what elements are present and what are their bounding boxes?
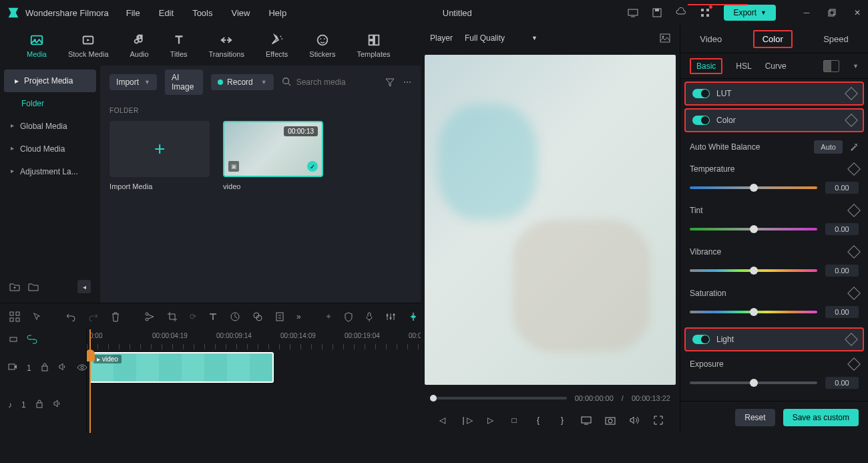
- subtab-basic[interactable]: Basic: [690, 58, 722, 74]
- menu-view[interactable]: View: [231, 8, 250, 18]
- saturation-slider[interactable]: [690, 311, 817, 313]
- cloud-icon[interactable]: [676, 7, 686, 18]
- ai-image-button[interactable]: AI Image: [165, 69, 203, 95]
- exposure-slider[interactable]: [690, 381, 817, 384]
- split-icon[interactable]: [144, 311, 155, 322]
- collapse-sidebar-icon[interactable]: ◂: [77, 280, 91, 293]
- mask-icon[interactable]: [344, 311, 353, 322]
- keyframe-tool-icon[interactable]: [230, 311, 240, 322]
- close-icon[interactable]: ✕: [852, 7, 863, 18]
- speed-tool-icon[interactable]: ⟳: [190, 311, 196, 322]
- subtab-hsl[interactable]: HSL: [736, 61, 751, 71]
- undo-icon[interactable]: [65, 311, 76, 322]
- color-tool-icon[interactable]: [252, 311, 263, 322]
- text-tool-icon[interactable]: [208, 311, 218, 322]
- tab-audio[interactable]: Audio: [130, 33, 149, 58]
- section-light[interactable]: Light: [684, 327, 864, 351]
- track-mute-icon[interactable]: [58, 363, 67, 373]
- color-toggle[interactable]: [692, 116, 710, 125]
- export-button[interactable]: Export▼: [724, 5, 776, 21]
- vibrance-value[interactable]: 0.00: [825, 265, 859, 277]
- auto-button[interactable]: Auto: [814, 140, 843, 154]
- tab-templates[interactable]: Templates: [357, 33, 390, 58]
- audio-lock-icon[interactable]: [35, 399, 43, 410]
- saturation-keyframe-icon[interactable]: [847, 287, 861, 300]
- scrubber[interactable]: [430, 397, 567, 400]
- sidebar-cloud-media[interactable]: Cloud Media: [0, 138, 100, 160]
- light-keyframe-icon[interactable]: [845, 333, 858, 346]
- lut-keyframe-icon[interactable]: [845, 87, 858, 100]
- menu-edit[interactable]: Edit: [159, 8, 174, 18]
- tint-value[interactable]: 0.00: [825, 223, 859, 235]
- track-visibility-icon[interactable]: [77, 363, 87, 373]
- search-input[interactable]: [296, 78, 377, 87]
- mark-in-icon[interactable]: {: [533, 415, 544, 426]
- new-folder-icon[interactable]: [9, 281, 20, 292]
- tint-keyframe-icon[interactable]: [847, 204, 861, 217]
- light-toggle[interactable]: [692, 335, 710, 344]
- sidebar-project-media[interactable]: ▸ Project Media: [4, 69, 96, 92]
- tab-media[interactable]: Media: [27, 33, 47, 58]
- inspector-tab-video[interactable]: Video: [692, 31, 730, 47]
- stop-icon[interactable]: □: [509, 415, 519, 426]
- step-back-icon[interactable]: ❘▷: [461, 415, 471, 426]
- snapshot-icon[interactable]: [605, 415, 616, 426]
- marker-tool-icon[interactable]: [408, 311, 419, 322]
- tab-titles[interactable]: Titles: [170, 33, 188, 58]
- grid-icon[interactable]: [9, 311, 20, 322]
- temperature-slider[interactable]: [690, 186, 817, 189]
- volume-icon[interactable]: [629, 415, 640, 426]
- record-dropdown[interactable]: Record▼: [211, 74, 274, 90]
- sidebar-adjustment[interactable]: Adjustment La...: [0, 160, 100, 183]
- preview-image-icon[interactable]: [660, 33, 670, 43]
- video-thumbnail[interactable]: 00:00:13 ▣ ✓: [223, 121, 323, 177]
- play-icon[interactable]: ▷: [485, 415, 495, 426]
- delete-icon[interactable]: [111, 311, 120, 322]
- compare-icon[interactable]: [823, 60, 839, 72]
- vibrance-slider[interactable]: [690, 269, 817, 272]
- minimize-icon[interactable]: ─: [801, 7, 812, 18]
- crop-icon[interactable]: [167, 311, 178, 322]
- filter-icon[interactable]: [385, 77, 395, 88]
- save-custom-button[interactable]: Save as custom: [783, 409, 859, 426]
- subtab-curve[interactable]: Curve: [765, 61, 787, 71]
- saturation-value[interactable]: 0.00: [825, 306, 859, 318]
- apps-icon[interactable]: [700, 7, 710, 18]
- link-icon[interactable]: [27, 334, 37, 345]
- preview-canvas[interactable]: [425, 55, 676, 385]
- display-icon[interactable]: [581, 415, 592, 426]
- menu-help[interactable]: Help: [268, 8, 286, 18]
- mark-out-icon[interactable]: }: [557, 415, 568, 426]
- timeline-ruler[interactable]: 0:00 00:00:04:19 00:00:09:14 00:00:14:09…: [87, 329, 421, 349]
- lut-toggle[interactable]: [692, 89, 710, 98]
- cursor-icon[interactable]: [32, 311, 41, 322]
- audio-track-header[interactable]: ♪ 1: [0, 386, 86, 423]
- prev-frame-icon[interactable]: ◁: [437, 415, 447, 426]
- section-color[interactable]: Color: [684, 108, 864, 132]
- timeline-expand-icon[interactable]: [8, 334, 19, 345]
- adjust-icon[interactable]: [275, 311, 284, 322]
- expand-icon[interactable]: »: [296, 311, 301, 322]
- import-media-tile[interactable]: +: [110, 121, 210, 177]
- inspector-tab-speed[interactable]: Speed: [815, 31, 857, 47]
- color-keyframe-icon[interactable]: [845, 114, 858, 127]
- reset-button[interactable]: Reset: [735, 409, 775, 426]
- quality-dropdown[interactable]: Full Quality▼: [465, 33, 537, 43]
- maximize-icon[interactable]: [827, 7, 837, 18]
- menu-file[interactable]: File: [126, 8, 140, 18]
- redo-icon[interactable]: [88, 311, 99, 322]
- inspector-tab-color[interactable]: Color: [753, 30, 793, 48]
- tab-transitions[interactable]: Transitions: [209, 33, 244, 58]
- track-lock-icon[interactable]: [41, 362, 49, 373]
- tab-stock[interactable]: Stock Media: [68, 33, 109, 58]
- playhead[interactable]: [89, 329, 91, 433]
- menu-tools[interactable]: Tools: [192, 8, 212, 18]
- tab-effects[interactable]: Effects: [266, 33, 288, 58]
- eyedropper-icon[interactable]: [849, 142, 859, 152]
- sidebar-global-media[interactable]: Global Media: [0, 115, 100, 138]
- compare-dropdown-icon[interactable]: ▼: [853, 63, 859, 69]
- import-dropdown[interactable]: Import▼: [110, 74, 157, 90]
- section-lut[interactable]: LUT: [684, 82, 864, 106]
- more-icon[interactable]: ⋯: [403, 77, 411, 88]
- ai-icon[interactable]: ✦: [325, 311, 332, 322]
